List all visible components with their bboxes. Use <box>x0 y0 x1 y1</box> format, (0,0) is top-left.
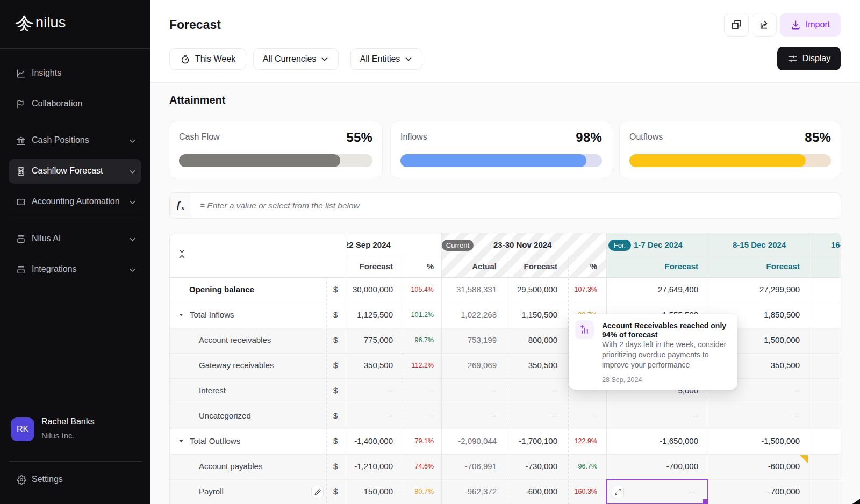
svg-text:x: x <box>182 205 184 211</box>
svg-text:f: f <box>177 200 181 210</box>
